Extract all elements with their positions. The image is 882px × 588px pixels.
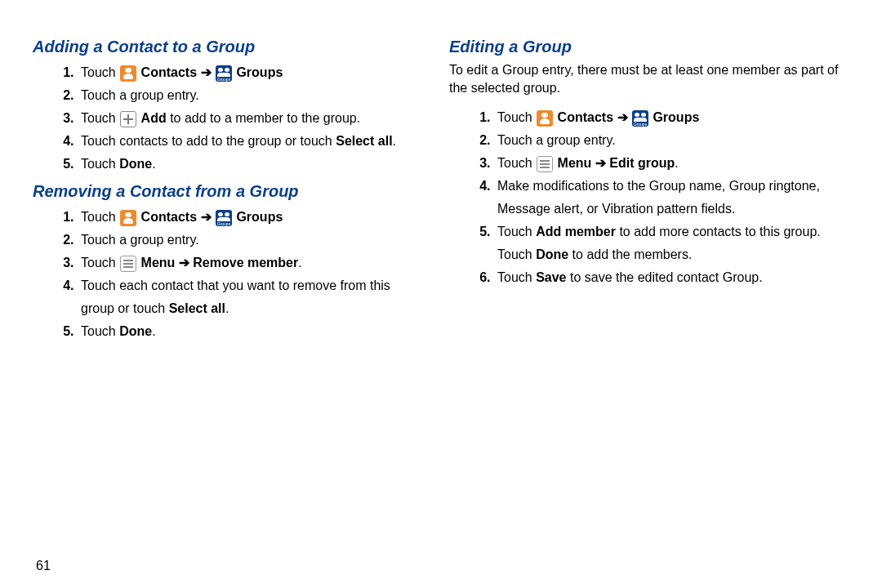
contacts-icon (120, 210, 136, 226)
step-c5: Touch Add member to add more contacts to… (494, 220, 841, 266)
heading-editing: Editing a Group (449, 38, 841, 56)
step-b4: Touch each contact that you want to remo… (78, 274, 425, 320)
add-label: Add (141, 111, 167, 125)
step-a1: Touch Contacts ➔ Groups Groups (78, 61, 425, 84)
arrow-icon: ➔ (201, 210, 212, 224)
arrow-icon: ➔ (179, 256, 189, 270)
steps-adding: Touch Contacts ➔ Groups Groups Touch a g… (33, 61, 425, 176)
right-column: Editing a Group To edit a Group entry, t… (449, 33, 841, 350)
groups-icon: Groups (216, 210, 232, 226)
heading-adding: Adding a Contact to a Group (33, 38, 425, 56)
groups-icon: Groups (632, 110, 648, 127)
step-c1: Touch Contacts ➔ Groups Groups (494, 106, 841, 129)
editing-intro: To edit a Group entry, there must be at … (449, 61, 841, 98)
heading-removing: Removing a Contact from a Group (33, 182, 425, 201)
step-a5: Touch Done. (78, 153, 425, 176)
contacts-label: Contacts ➔ (141, 65, 212, 79)
step-c3: Touch Menu ➔ Edit group. (494, 152, 841, 175)
step-b2: Touch a group entry. (78, 229, 425, 252)
arrow-icon: ➔ (201, 65, 212, 79)
contacts-icon (537, 110, 553, 127)
groups-icon: Groups (216, 65, 232, 82)
step-b3: Touch Menu ➔ Remove member. (78, 252, 425, 274)
left-column: Adding a Contact to a Group Touch Contac… (33, 33, 425, 350)
step-b5: Touch Done. (78, 320, 425, 343)
menu-icon (120, 256, 136, 272)
step-a2: Touch a group entry. (78, 84, 425, 107)
step-a3: Touch Add to add to a member to the grou… (78, 107, 425, 130)
plus-icon (120, 111, 136, 127)
step-a4: Touch contacts to add to the group or to… (78, 130, 425, 153)
arrow-icon: ➔ (595, 156, 606, 170)
menu-icon (537, 156, 553, 172)
groups-label: Groups (236, 65, 283, 79)
step-b1: Touch Contacts ➔ Groups Groups (78, 206, 425, 229)
steps-removing: Touch Contacts ➔ Groups Groups Touch a g… (33, 206, 425, 343)
steps-editing: Touch Contacts ➔ Groups Groups Touch a g… (449, 106, 841, 289)
step-c6: Touch Save to save the edited contact Gr… (494, 266, 841, 289)
page-number: 61 (36, 559, 51, 573)
step-c4: Make modifications to the Group name, Gr… (494, 175, 841, 220)
step-c2: Touch a group entry. (494, 129, 841, 152)
arrow-icon: ➔ (617, 110, 628, 124)
contacts-icon (120, 65, 136, 82)
